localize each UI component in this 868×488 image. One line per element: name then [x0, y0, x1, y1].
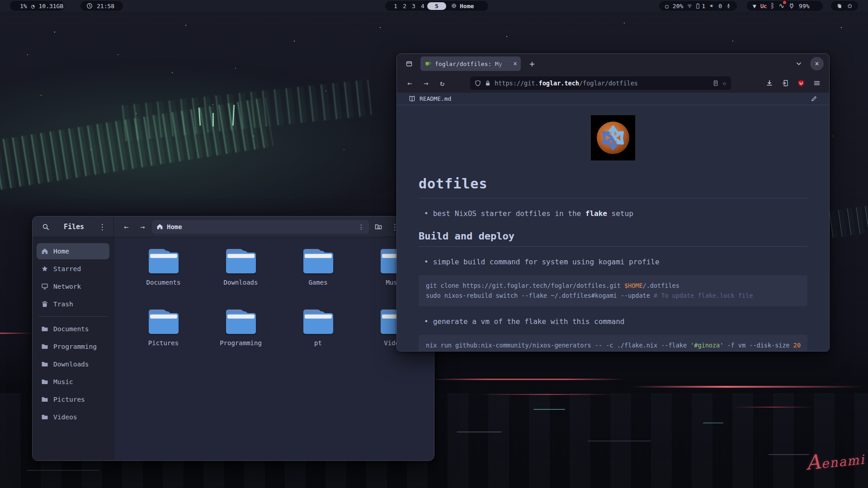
- sidebar-item-documents[interactable]: Documents: [37, 321, 109, 337]
- tab-overview-icon: [406, 60, 413, 67]
- search-icon: [42, 223, 49, 230]
- menu-button[interactable]: [810, 76, 824, 90]
- workspace-1[interactable]: 1: [391, 3, 400, 9]
- browser-tabbar: foglar/dotfiles: My × + ×: [397, 54, 829, 74]
- power-icon[interactable]: [847, 3, 853, 9]
- connectivity-widget[interactable]: ▼ Uc ᛒ ∿ 99%: [747, 1, 823, 11]
- bullet-glyph: •: [424, 317, 429, 326]
- new-tab-button[interactable]: +: [525, 57, 539, 70]
- folder-icon: [226, 310, 256, 334]
- nav-reload-button[interactable]: ↻: [435, 76, 449, 90]
- files-grid: Documents Downloads Games Music Pictures: [114, 237, 434, 460]
- city-light-streak: [769, 454, 809, 455]
- workspace-2[interactable]: 2: [400, 3, 409, 9]
- app-menu-button[interactable]: ⋮: [95, 220, 109, 234]
- sidebar-item-label: Videos: [53, 413, 77, 421]
- nav-back-button[interactable]: ←: [402, 76, 417, 90]
- speaker-icon: [709, 3, 714, 9]
- home-icon: [156, 223, 163, 230]
- power-plug-icon: [788, 3, 795, 9]
- tab-title: foglar/dotfiles: My: [435, 61, 509, 67]
- folder-icon: [149, 310, 179, 334]
- folder-item-games[interactable]: Games: [279, 248, 357, 309]
- ublock-origin-button[interactable]: [794, 76, 808, 90]
- workspace-5-active[interactable]: 5: [427, 2, 446, 10]
- folder-icon: [149, 249, 179, 273]
- folder-icon: [303, 249, 333, 273]
- reader-view-icon[interactable]: [712, 80, 719, 86]
- system-monitor-widget[interactable]: 1% ◔ 10.31GB: [10, 1, 64, 11]
- sidebar-item-music[interactable]: Music: [37, 374, 109, 390]
- files-body: Home Starred Network Trash Document: [33, 237, 434, 460]
- sidebar-item-label: Programming: [53, 343, 97, 350]
- folder-item-documents[interactable]: Documents: [125, 248, 202, 309]
- files-headerbar-left: Files ⋮: [33, 216, 114, 237]
- browser-tab-active[interactable]: foglar/dotfiles: My ×: [420, 56, 521, 71]
- folder-icon: [41, 396, 48, 403]
- path-bar[interactable]: Home ⋮: [152, 220, 369, 234]
- clipboard-icon[interactable]: [837, 3, 842, 9]
- extension-button[interactable]: [778, 76, 792, 90]
- readme-title: dotfiles: [419, 176, 807, 198]
- folder-label: Programming: [220, 339, 262, 347]
- sidebar-item-home[interactable]: Home: [37, 243, 109, 259]
- clock-widget[interactable]: 21:58: [80, 1, 123, 11]
- url-bar[interactable]: https://git.foglar.tech/foglar/dotfiles …: [470, 76, 731, 90]
- folder-item-downloads[interactable]: Downloads: [202, 248, 279, 309]
- folder-icon: [41, 343, 48, 350]
- sidebar-divider: [39, 316, 107, 317]
- sidebar-item-downloads[interactable]: Downloads: [37, 356, 109, 372]
- brightness-icon: ○: [665, 3, 669, 9]
- sidebar-item-network[interactable]: Network: [37, 278, 109, 295]
- sidebar-item-starred[interactable]: Starred: [37, 261, 109, 277]
- browser-window: foglar/dotfiles: My × + × ← → ↻ https://…: [396, 53, 830, 352]
- tracking-shield-icon: [475, 80, 481, 86]
- back-button[interactable]: ←: [119, 220, 133, 234]
- nav-forward-button[interactable]: →: [419, 76, 433, 90]
- brightness-level: 20%: [673, 3, 683, 9]
- bullet-glyph: •: [424, 209, 429, 218]
- volume-level: 0: [718, 3, 722, 9]
- tab-close-button[interactable]: ×: [513, 60, 517, 68]
- home-icon: [41, 248, 48, 255]
- code-block-build: git clone https://git.foglar.tech/foglar…: [419, 275, 807, 306]
- ublock-shield-icon: [797, 80, 805, 87]
- memory-gauge-icon: ◔: [31, 3, 35, 9]
- mode-indicator[interactable]: Home: [451, 3, 474, 9]
- sidebar-item-label: Network: [53, 283, 81, 290]
- readme-bullet: • simple build command for system using …: [419, 258, 807, 266]
- search-button[interactable]: [39, 220, 52, 234]
- folder-label: Downloads: [224, 279, 258, 286]
- sidebar-item-label: Trash: [53, 300, 73, 308]
- window-close-button[interactable]: ×: [810, 57, 824, 70]
- bluetooth-icon: ᛒ: [770, 3, 774, 9]
- workspace-4[interactable]: 4: [418, 3, 427, 9]
- sidebar-item-pictures[interactable]: Pictures: [37, 391, 109, 408]
- sidebar-item-videos[interactable]: Videos: [37, 409, 109, 425]
- workspace-3[interactable]: 3: [409, 3, 418, 9]
- list-tabs-button[interactable]: [792, 57, 806, 70]
- folder-icon: [41, 325, 48, 333]
- folder-icon: [303, 310, 333, 334]
- bookmark-star-icon[interactable]: ☆: [722, 80, 726, 87]
- path-menu-button[interactable]: ⋮: [358, 223, 364, 230]
- folder-item-programming[interactable]: Programming: [202, 309, 279, 369]
- hardware-status-widget[interactable]: ○ 20% 1 0: [659, 1, 737, 11]
- sidebar-item-programming[interactable]: Programming: [37, 338, 109, 355]
- downloads-button[interactable]: [763, 76, 776, 90]
- files-headerbar: Files ⋮ ← → Home ⋮ ⋮: [33, 216, 434, 237]
- browser-navbar: ← → ↻ https://git.foglar.tech/foglar/dot…: [397, 74, 829, 93]
- city-light-streak: [429, 379, 624, 380]
- sidebar-item-trash[interactable]: Trash: [37, 296, 109, 312]
- battery-level: 99%: [799, 3, 809, 9]
- folder-item-pt[interactable]: pt: [279, 309, 357, 369]
- forward-button[interactable]: →: [136, 220, 149, 234]
- tab-overview-button[interactable]: [402, 57, 416, 70]
- notification-dot: [783, 1, 786, 4]
- city-light-streak: [703, 422, 723, 423]
- download-icon: [766, 80, 773, 87]
- bullet-text: simple build command for system using ko…: [433, 258, 660, 266]
- folder-item-pictures[interactable]: Pictures: [125, 309, 202, 369]
- edit-pencil-icon[interactable]: [811, 95, 817, 102]
- folder-search-button[interactable]: [372, 220, 385, 234]
